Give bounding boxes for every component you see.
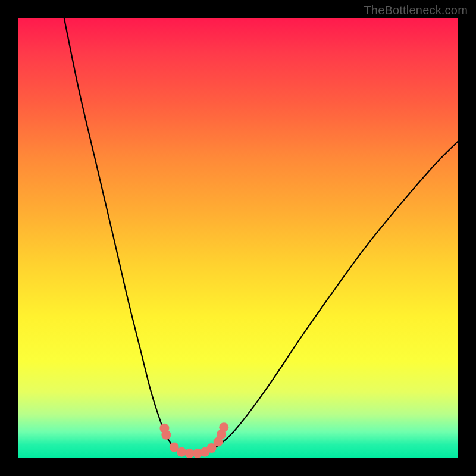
chart-plot-area (18, 18, 458, 458)
curve-right (212, 141, 458, 449)
chart-frame: TheBottleneck.com (0, 0, 476, 476)
site-credit: TheBottleneck.com (364, 4, 468, 17)
highlight-dot (177, 447, 186, 457)
highlight-markers (159, 422, 228, 458)
curve-left (64, 18, 178, 449)
highlight-dot (161, 430, 171, 440)
highlight-dot (219, 422, 228, 432)
chart-svg (18, 18, 458, 458)
